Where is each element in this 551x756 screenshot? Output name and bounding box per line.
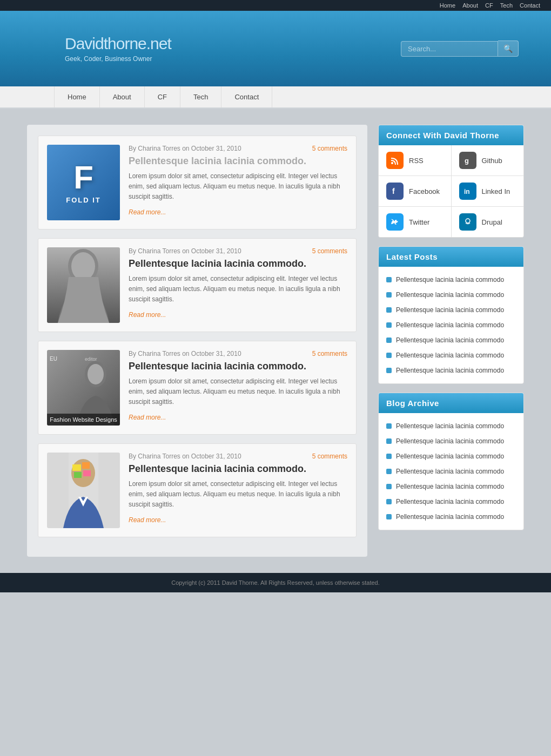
github-label: Github xyxy=(482,157,502,165)
list-item[interactable]: Pellentesque lacinia lacinia commodo xyxy=(379,287,523,302)
fold-letter: F xyxy=(73,161,93,194)
post-meta: By Charina Torres on October 31, 2010 5 … xyxy=(129,145,347,152)
nav-cf[interactable]: CF xyxy=(145,86,180,107)
latest-posts-header: Latest Posts xyxy=(379,247,523,267)
post-meta: By Charina Torres on October 31, 2010 5 … xyxy=(129,247,347,255)
connect-header: Connect With David Thorne xyxy=(379,125,523,145)
post-thumbnail: EU editor Fashion Website Designs xyxy=(47,350,120,426)
facebook-label: Facebook xyxy=(409,187,440,195)
read-more-link[interactable]: Read more... xyxy=(129,311,166,319)
post-comments[interactable]: 5 comments xyxy=(312,247,347,255)
social-facebook[interactable]: f Facebook xyxy=(379,176,451,206)
bullet-icon xyxy=(386,469,392,474)
drupal-label: Drupal xyxy=(482,218,502,226)
list-item[interactable]: Pellentesque lacinia lacinia commodo xyxy=(379,479,523,494)
bullet-icon xyxy=(386,353,392,358)
list-item[interactable]: Pellentesque lacinia lacinia commodo xyxy=(379,348,523,363)
svg-rect-9 xyxy=(82,462,90,469)
main-nav: Home About CF Tech Contact xyxy=(0,86,551,109)
svg-point-5 xyxy=(88,364,104,384)
social-twitter[interactable]: Twitter xyxy=(379,207,451,237)
latest-posts-list: Pellentesque lacinia lacinia commodo Pel… xyxy=(379,267,523,383)
social-linkedin[interactable]: in Linked In xyxy=(452,176,524,206)
latest-posts-section: Latest Posts Pellentesque lacinia lacini… xyxy=(378,246,524,384)
linkedin-icon: in xyxy=(459,183,476,200)
post-title[interactable]: Pellentesque lacinia lacinia commodo. xyxy=(129,156,347,167)
list-item[interactable]: Pellentesque lacinia lacinia commodo xyxy=(379,363,523,378)
bullet-icon xyxy=(386,484,392,489)
linkedin-label: Linked In xyxy=(482,187,510,195)
svg-rect-11 xyxy=(83,470,91,476)
list-item[interactable]: Pellentesque lacinia lacinia commodo xyxy=(379,333,523,348)
svg-text:f: f xyxy=(392,187,395,195)
social-rss[interactable]: RSS xyxy=(379,145,451,176)
svg-text:editor: editor xyxy=(85,356,97,362)
topnav-contact[interactable]: Contact xyxy=(520,2,540,9)
post-title[interactable]: Pellentesque lacinia lacinia commodo. xyxy=(129,463,347,475)
archive-header: Blog Archive xyxy=(379,393,523,413)
nav-home[interactable]: Home xyxy=(54,86,100,107)
post-thumbnail: F FOLD IT xyxy=(47,145,120,220)
topnav-home[interactable]: Home xyxy=(440,2,455,9)
post-comments[interactable]: 5 comments xyxy=(312,145,347,152)
list-item[interactable]: Pellentesque lacinia lacinia commodo xyxy=(379,494,523,509)
post-content: By Charina Torres on October 31, 2010 5 … xyxy=(129,247,347,323)
site-footer: Copyright (c) 2011 David Thorne. All Rig… xyxy=(0,573,551,592)
bullet-icon xyxy=(386,292,392,298)
post-comments[interactable]: 5 comments xyxy=(312,350,347,357)
bullet-icon xyxy=(386,514,392,519)
svg-point-12 xyxy=(391,162,393,164)
post-excerpt: Lorem ipsum dolor sit amet, consectetur … xyxy=(129,376,347,408)
bullet-icon xyxy=(386,322,392,328)
topnav-about[interactable]: About xyxy=(462,2,478,9)
svg-rect-10 xyxy=(74,472,82,478)
post-item: F FOLD IT By Charina Torres on October 3… xyxy=(38,136,357,230)
list-item[interactable]: Pellentesque lacinia lacinia commodo xyxy=(379,464,523,479)
post-thumbnail xyxy=(47,453,120,528)
footer-text: Copyright (c) 2011 David Thorne. All Rig… xyxy=(171,579,380,586)
nav-tech[interactable]: Tech xyxy=(180,86,221,107)
list-item[interactable]: Pellentesque lacinia lacinia commodo xyxy=(379,272,523,287)
bullet-icon xyxy=(386,423,392,429)
post-item: By Charina Torres on October 31, 2010 5 … xyxy=(38,238,357,332)
bullet-icon xyxy=(386,438,392,444)
list-item[interactable]: Pellentesque lacinia lacinia commodo xyxy=(379,509,523,524)
topnav-cf[interactable]: CF xyxy=(485,2,493,9)
bullet-icon xyxy=(386,277,392,282)
svg-text:in: in xyxy=(464,188,470,195)
post-excerpt: Lorem ipsum dolor sit amet, consectetur … xyxy=(129,479,347,510)
site-tld: .net xyxy=(146,35,171,52)
post-item: EU editor Fashion Website Designs By Cha… xyxy=(38,341,357,435)
svg-rect-8 xyxy=(72,464,81,471)
post-title[interactable]: Pellentesque lacinia lacinia commodo. xyxy=(129,361,347,372)
post-content: By Charina Torres on October 31, 2010 5 … xyxy=(129,145,347,220)
svg-text:g: g xyxy=(465,157,469,165)
list-item[interactable]: Pellentesque lacinia lacinia commodo xyxy=(379,449,523,464)
read-more-link[interactable]: Read more... xyxy=(129,516,166,524)
twitter-icon xyxy=(386,213,404,231)
list-item[interactable]: Pellentesque lacinia lacinia commodo xyxy=(379,318,523,333)
list-item[interactable]: Pellentesque lacinia lacinia commodo xyxy=(379,434,523,449)
nav-about[interactable]: About xyxy=(100,86,145,107)
post-title[interactable]: Pellentesque lacinia lacinia commodo. xyxy=(129,258,347,269)
fashion-label: Fashion Website Designs xyxy=(47,414,120,426)
post-comments[interactable]: 5 comments xyxy=(312,453,347,460)
search-button[interactable]: 🔍 xyxy=(498,40,519,57)
twitter-label: Twitter xyxy=(409,218,429,226)
svg-point-16 xyxy=(466,219,470,223)
topnav-tech[interactable]: Tech xyxy=(500,2,513,9)
bullet-icon xyxy=(386,338,392,343)
sidebar: Connect With David Thorne RSS g Github xyxy=(378,125,524,557)
site-name-bold: Davidthorne xyxy=(65,35,146,52)
drupal-icon xyxy=(459,213,476,231)
search-input[interactable] xyxy=(401,41,498,57)
post-author: By Charina Torres on October 31, 2010 xyxy=(129,145,241,152)
social-github[interactable]: g Github xyxy=(452,145,524,176)
read-more-link[interactable]: Read more... xyxy=(129,414,166,421)
social-drupal[interactable]: Drupal xyxy=(452,207,524,237)
bullet-icon xyxy=(386,499,392,504)
list-item[interactable]: Pellentesque lacinia lacinia commodo xyxy=(379,302,523,318)
read-more-link[interactable]: Read more... xyxy=(129,208,166,216)
list-item[interactable]: Pellentesque lacinia lacinia commodo xyxy=(379,418,523,434)
nav-contact[interactable]: Contact xyxy=(221,86,272,107)
